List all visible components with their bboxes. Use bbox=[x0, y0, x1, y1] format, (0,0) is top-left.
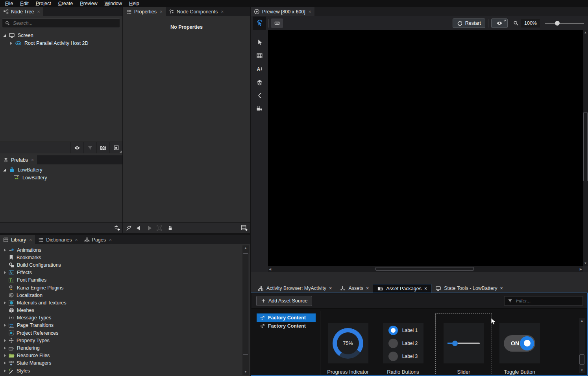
library-item-materials-and-textures[interactable]: Materials and Textures bbox=[0, 299, 240, 306]
tab-activity-browser[interactable]: Activity Browser: MyActivity × bbox=[254, 284, 336, 293]
tab-node-components[interactable]: Node Components × bbox=[166, 7, 227, 16]
scroll-up-icon[interactable]: ▲ bbox=[583, 30, 588, 35]
close-icon[interactable]: × bbox=[109, 238, 112, 242]
tab-library[interactable]: Library × bbox=[0, 235, 35, 244]
menu-window[interactable]: Window bbox=[101, 0, 126, 7]
library-item-rendering[interactable]: Rendering bbox=[0, 344, 240, 352]
close-icon[interactable]: × bbox=[366, 286, 369, 291]
interact-tool-button[interactable] bbox=[253, 17, 266, 30]
clear-pin-icon[interactable] bbox=[126, 225, 132, 231]
camera-tool-button[interactable] bbox=[253, 102, 266, 116]
visibility-button[interactable] bbox=[70, 142, 83, 153]
library-scrollbar[interactable]: ▲ ▼ bbox=[242, 245, 249, 375]
collapsed-arrow-icon[interactable] bbox=[4, 324, 6, 327]
library-item-page-transitions[interactable]: Page Transitions bbox=[0, 322, 240, 329]
collapsed-arrow-icon[interactable] bbox=[10, 42, 12, 45]
library-item-styles[interactable]: Styles bbox=[0, 367, 240, 374]
menu-preview[interactable]: Preview bbox=[76, 0, 101, 7]
scroll-right-icon[interactable]: ▶ bbox=[580, 267, 582, 271]
close-icon[interactable]: × bbox=[75, 238, 78, 242]
menu-edit[interactable]: Edit bbox=[17, 0, 32, 7]
scrollbar-thumb[interactable] bbox=[583, 112, 588, 181]
library-item-effects[interactable]: Effects bbox=[0, 269, 240, 276]
forward-arrow-icon[interactable] bbox=[148, 226, 152, 230]
zoom-slider-thumb[interactable] bbox=[555, 21, 560, 26]
library-item-bookmarks[interactable]: Bookmarks bbox=[0, 254, 240, 261]
close-icon[interactable]: × bbox=[309, 9, 311, 14]
scroll-up-icon[interactable]: ▲ bbox=[242, 245, 249, 251]
scrollbar-thumb[interactable] bbox=[579, 354, 584, 365]
library-item-localization[interactable]: Localization bbox=[0, 291, 240, 299]
tab-dictionaries[interactable]: Dictionaries × bbox=[35, 235, 81, 244]
text-tool-button[interactable] bbox=[253, 62, 266, 76]
menu-project[interactable]: Project bbox=[32, 0, 55, 7]
keyboard-input-button[interactable] bbox=[271, 18, 283, 28]
layers-tool-button[interactable] bbox=[253, 76, 266, 89]
transparency-pattern-button[interactable] bbox=[96, 142, 109, 153]
close-icon[interactable]: × bbox=[500, 286, 503, 291]
asset-scrollbar[interactable]: ▲ ▼ bbox=[579, 318, 585, 373]
visualization-button[interactable] bbox=[491, 18, 508, 28]
zoom-value[interactable]: 100% bbox=[521, 19, 540, 28]
collapsed-arrow-icon[interactable] bbox=[4, 339, 6, 342]
close-icon[interactable]: × bbox=[329, 286, 332, 291]
close-icon[interactable]: × bbox=[29, 238, 32, 242]
tree-row-lowbattery[interactable]: LowBattery bbox=[0, 166, 122, 174]
tab-prefabs[interactable]: Prefabs × bbox=[0, 155, 37, 164]
filter-button[interactable] bbox=[83, 142, 96, 153]
collapsed-arrow-icon[interactable] bbox=[4, 361, 6, 365]
collapsed-arrow-icon[interactable] bbox=[4, 301, 6, 304]
menu-file[interactable]: File bbox=[2, 0, 17, 7]
tree-row-root-activity-host[interactable]: Root Parallel Activity Host 2D bbox=[0, 39, 122, 47]
expanded-arrow-icon[interactable] bbox=[3, 34, 6, 37]
library-item-state-managers[interactable]: State Managers bbox=[0, 359, 240, 367]
asset-card-radio-buttons[interactable]: Label 1 Label 2 Label 3 Radio Buttons bbox=[375, 313, 431, 375]
asset-filter[interactable] bbox=[504, 296, 583, 306]
collapsed-arrow-icon[interactable] bbox=[4, 249, 6, 252]
scrollbar-thumb[interactable] bbox=[243, 253, 248, 355]
scroll-up-icon[interactable]: ▲ bbox=[579, 318, 585, 324]
filter-input[interactable] bbox=[515, 298, 579, 304]
tree-row-lowbattery-image[interactable]: LowBattery bbox=[0, 174, 122, 182]
tab-properties[interactable]: Properties × bbox=[123, 7, 166, 16]
tab-assets[interactable]: Assets × bbox=[336, 284, 373, 293]
library-item-build-configurations[interactable]: Build Configurations bbox=[0, 261, 240, 269]
add-property-icon[interactable] bbox=[241, 225, 248, 231]
tree-row-screen[interactable]: Screen bbox=[0, 31, 122, 39]
source-factory-content-selected[interactable]: Factory Content bbox=[257, 313, 316, 322]
scroll-down-icon[interactable]: ▼ bbox=[242, 369, 249, 375]
split-tool-button[interactable] bbox=[253, 89, 266, 102]
library-item-project-references[interactable]: Project References bbox=[0, 329, 240, 337]
close-icon[interactable]: × bbox=[37, 9, 40, 14]
collapsed-arrow-icon[interactable] bbox=[4, 271, 6, 274]
select-tool-button[interactable] bbox=[253, 35, 266, 49]
tab-node-tree[interactable]: Node Tree × bbox=[0, 7, 43, 16]
frame-icon[interactable] bbox=[156, 225, 163, 231]
collapsed-arrow-icon[interactable] bbox=[4, 347, 6, 350]
add-prefab-icon[interactable] bbox=[113, 225, 120, 231]
search-input[interactable] bbox=[12, 20, 117, 26]
tab-pages[interactable]: Pages × bbox=[81, 235, 115, 244]
menu-help[interactable]: Help bbox=[126, 0, 143, 7]
node-tree-search[interactable] bbox=[2, 18, 120, 28]
collapsed-arrow-icon[interactable] bbox=[4, 354, 6, 357]
tab-asset-packages[interactable]: Asset Packages × bbox=[373, 284, 431, 293]
library-item-kanzi-engine-plugins[interactable]: Kanzi Engine Plugins bbox=[0, 284, 240, 291]
library-item-property-types[interactable]: Property Types bbox=[0, 337, 240, 344]
back-arrow-icon[interactable] bbox=[137, 226, 140, 230]
grid-tool-button[interactable] bbox=[253, 49, 266, 62]
library-item-meshes[interactable]: Meshes bbox=[0, 307, 240, 314]
collapsed-arrow-icon[interactable] bbox=[4, 369, 6, 372]
scroll-down-icon[interactable]: ▼ bbox=[579, 368, 585, 373]
lock-icon[interactable] bbox=[167, 225, 173, 231]
close-icon[interactable]: × bbox=[424, 286, 427, 291]
library-item-animations[interactable]: Animations bbox=[0, 246, 240, 254]
preview-viewport[interactable] bbox=[268, 30, 583, 266]
zoom-slider[interactable] bbox=[545, 19, 584, 28]
scroll-down-icon[interactable]: ▼ bbox=[583, 261, 588, 266]
library-item-resource-files[interactable]: Resource Files bbox=[0, 352, 240, 359]
close-icon[interactable]: × bbox=[221, 9, 224, 14]
restart-button[interactable]: Restart bbox=[453, 18, 485, 28]
scrollbar-thumb[interactable] bbox=[375, 267, 474, 271]
asset-card-progress-indicator[interactable]: 75% Progress Indicator bbox=[320, 313, 375, 375]
